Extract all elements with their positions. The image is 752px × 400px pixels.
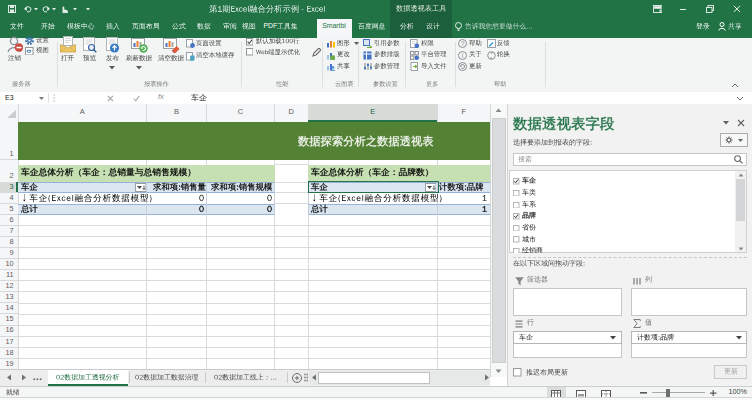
svg-text:i: i <box>461 51 462 58</box>
svg-text:?: ? <box>460 40 464 47</box>
